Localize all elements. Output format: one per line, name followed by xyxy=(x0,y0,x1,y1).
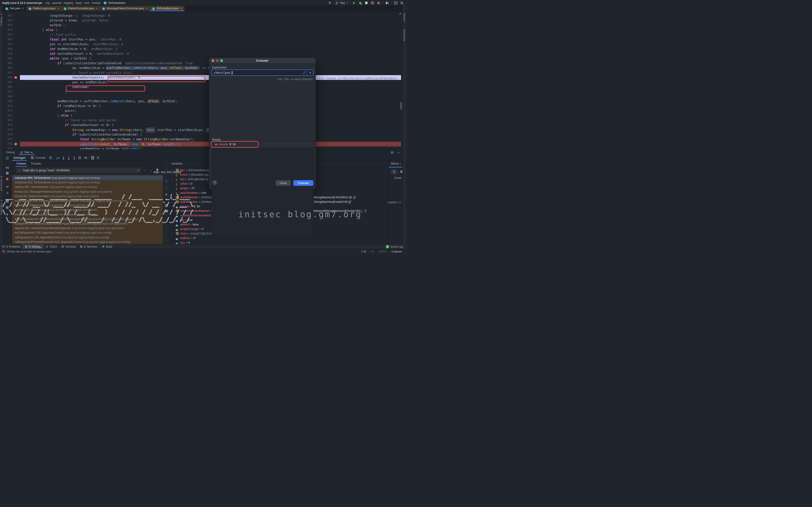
tab-threads[interactable]: Threads xyxy=(31,162,41,165)
caret-position[interactable]: 1:10 xyxy=(361,250,366,253)
code-line-976[interactable]: 976 if (substitutionInVariablesEnabled) … xyxy=(3,132,402,137)
evaluate-calc-icon[interactable] xyxy=(91,156,95,160)
breakpoint-icon[interactable]: ✓ xyxy=(14,76,17,79)
frames-list[interactable]: substitute:964, StrSubstitutor (org.apac… xyxy=(12,175,163,244)
tool-button-8: Services[interactable]: 8: Services xyxy=(78,244,99,249)
debug-session-tab[interactable]: Test ✕ xyxy=(20,150,33,155)
run-icon[interactable] xyxy=(352,1,356,5)
add-watch-icon[interactable]: + xyxy=(164,179,168,183)
search-button[interactable] xyxy=(391,169,397,174)
run-to-cursor-icon[interactable] xyxy=(83,156,87,160)
close-window-icon[interactable] xyxy=(212,59,214,62)
line-ending[interactable]: LF xyxy=(371,250,374,253)
expand-chevron-icon[interactable]: › xyxy=(172,231,173,236)
frame-row[interactable]: append:181, AbstractOutputStreamAppender… xyxy=(12,226,163,230)
run-anything-icon[interactable] xyxy=(394,1,398,5)
project-structure-icon[interactable] xyxy=(385,1,389,5)
snapshot-icon[interactable] xyxy=(5,199,9,203)
code-line-979[interactable]: 979 varNameExpr = bufName.toString(); xyxy=(3,147,402,150)
pause-icon[interactable] xyxy=(5,171,9,175)
code-line-968[interactable]: 968 xyxy=(3,94,402,99)
expand-icon[interactable] xyxy=(303,71,306,74)
restore-layout-icon[interactable] xyxy=(96,156,100,160)
stop-icon[interactable] xyxy=(5,177,9,181)
rerun-icon[interactable] xyxy=(5,156,9,160)
code-line-954[interactable]: 954 } else { xyxy=(3,27,402,33)
code-line-962[interactable]: 962 && (endMatchLen = prefixMatcher.isMa… xyxy=(3,66,402,70)
code-line-969[interactable]: 969 endMatchLen = suffixMatcher.isMatch(… xyxy=(3,99,402,104)
previous-frame-icon[interactable]: ↑ xyxy=(144,168,148,172)
tab-frames[interactable]: Frames xyxy=(16,162,26,165)
evaluate-button[interactable]: Evaluate xyxy=(293,180,313,186)
thread-selector[interactable]: ✓ "main"@1 in group "main": RUNNING ▼ xyxy=(16,167,142,174)
help-button[interactable]: ? xyxy=(212,180,217,185)
frame-row[interactable]: encode:59, PatternLayout (org.apache.log… xyxy=(12,212,163,217)
code-line-970[interactable]: 970 if (endMatchLen == 0) { xyxy=(3,104,402,108)
breadcrumb-items[interactable]: › org › apache › logging › log4j › core … xyxy=(44,1,102,5)
frame-row[interactable]: format:132, MessagePatternConverter (org… xyxy=(12,189,163,194)
tool-stripe-database[interactable]: Database xyxy=(403,30,406,42)
tool-stripe-maven[interactable]: Maven xyxy=(403,13,406,22)
close-button[interactable]: Close xyxy=(276,180,291,186)
tool-button-6: Problems[interactable]: 6: Problems xyxy=(0,244,23,249)
code-line-951[interactable]: 951 lengthChange--; lengthChange: 0 xyxy=(3,13,402,18)
frame-row[interactable]: tryCallAppender:156, AppenderControl (or… xyxy=(12,230,163,235)
breakpoint-icon[interactable]: ✓ xyxy=(14,143,17,146)
close-icon[interactable]: ✕ xyxy=(31,151,33,154)
breadcrumb-jar[interactable]: log4j-core-2.14.1-sources.jar xyxy=(2,1,42,5)
close-tab-icon[interactable]: ✕ xyxy=(145,7,148,10)
tool-button-Terminal[interactable]: Terminal xyxy=(59,244,78,249)
three-lines-icon[interactable] xyxy=(49,156,52,160)
drop-frame-icon[interactable] xyxy=(78,156,82,160)
resume-icon[interactable] xyxy=(5,166,9,170)
copy-frames-icon[interactable] xyxy=(164,204,168,208)
code-line-953[interactable]: 953 bufEnd--; xyxy=(3,23,402,27)
frame-row[interactable]: toSerializable:344, PatternLayout$Patter… xyxy=(12,199,163,203)
editor-tab-Test.java[interactable]: CTest.java✕ xyxy=(3,6,26,11)
expand-chevron-icon[interactable]: › xyxy=(172,200,173,204)
close-tab-icon[interactable]: ✕ xyxy=(57,7,59,10)
code-line-961[interactable]: 961 if (substitutionInVariablesEnabled s… xyxy=(3,61,402,66)
next-frame-icon[interactable]: ↓ xyxy=(150,168,154,172)
code-line-977[interactable]: 977 final StringBuilder bufName = new St… xyxy=(3,137,402,142)
breadcrumb-item[interactable]: lookup xyxy=(91,1,101,5)
code-line-972[interactable]: 972 } else { xyxy=(3,113,402,118)
frame-row[interactable]: directEncodeEvent:197, AbstractOutputStr… xyxy=(12,217,163,221)
gear-icon[interactable] xyxy=(390,151,394,154)
code-line-963[interactable]: 963 // found a nested variable start xyxy=(3,70,402,75)
profiler-icon[interactable] xyxy=(370,1,374,5)
breadcrumb-item[interactable]: org xyxy=(45,1,50,5)
pin-icon[interactable] xyxy=(5,213,9,217)
breadcrumb[interactable]: log4j-core-2.14.1-sources.jar › org › ap… xyxy=(2,1,125,5)
editor-tab-PatternFormatter.java[interactable]: CPatternFormatter.java✕ xyxy=(61,6,100,11)
breadcrumb-class[interactable]: StrSubstitutor xyxy=(108,1,125,5)
expression-input[interactable]: chars[pos] ▼ xyxy=(212,69,314,76)
history-dropdown[interactable]: ▼ xyxy=(307,70,313,75)
down-icon[interactable]: ▼ xyxy=(164,198,168,202)
code-line-965[interactable]: 965 pos += endMatchLen; xyxy=(3,80,402,84)
frame-row[interactable]: substitute:964, StrSubstitutor (org.apac… xyxy=(12,176,163,180)
code-editor[interactable]: 951 lengthChange--; lengthChange: 0952 a… xyxy=(3,11,402,150)
code-line-959[interactable]: 959 int nestedVarCount = 0; nestedVarCou… xyxy=(3,51,402,56)
code-line-952[interactable]: 952 altered = true; altered: false xyxy=(3,18,402,23)
breadcrumb-item[interactable]: log4j xyxy=(75,1,82,5)
step-over-icon[interactable] xyxy=(56,156,60,160)
variable-row-bufEnd[interactable]: 01bufEnd = 27 xyxy=(169,236,389,240)
dialog-title-bar[interactable]: Evaluate xyxy=(209,58,316,64)
editor-tab-StrSubstitutor.java[interactable]: CStrSubstitutor.java✕ xyxy=(150,6,185,11)
step-out-icon[interactable] xyxy=(72,156,76,160)
run-config-selector[interactable]: Test▼ xyxy=(334,1,350,5)
frame-row[interactable]: callAppenderPreventRecursion:120, Append… xyxy=(12,240,163,244)
coverage-icon[interactable] xyxy=(364,1,368,5)
stop-icon[interactable] xyxy=(376,1,380,5)
code-line-973[interactable]: 973 // found variable end marker xyxy=(3,118,402,123)
hide-icon[interactable]: — xyxy=(397,151,400,154)
event-log-button[interactable]: 1Event Log xyxy=(386,245,403,248)
frame-row[interactable]: substitute:912, StrSubstitutor (org.apac… xyxy=(12,180,163,185)
tool-button-Build[interactable]: Build xyxy=(99,244,114,249)
editor-tab-PatternLayout.java[interactable]: CPatternLayout.java✕ xyxy=(26,6,61,11)
code-line-958[interactable]: 958 int endMatchLen = 0; endMatchLen: 2 xyxy=(3,47,402,51)
code-line-960[interactable]: 960 while (pos < bufEnd) { xyxy=(3,56,402,61)
count-column-header[interactable]: Count xyxy=(394,176,401,179)
debugger-tab-Console[interactable]: Console xyxy=(29,155,47,161)
